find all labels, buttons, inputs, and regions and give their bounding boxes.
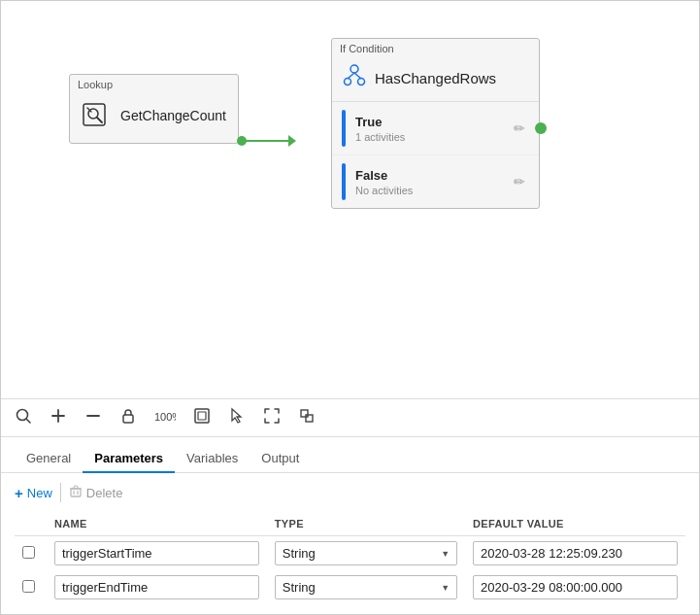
row-0-type-select[interactable]: StringIntegerFloatBooleanArrayObjectSecu…: [275, 541, 457, 565]
if-condition-node[interactable]: If Condition HasChangedRows True 1 activ: [331, 38, 540, 209]
row-0-default-input[interactable]: [473, 541, 678, 565]
row-name-cell: [47, 570, 267, 604]
svg-rect-20: [306, 415, 313, 422]
zoom-in-icon[interactable]: [50, 407, 67, 428]
row-name-cell: [47, 536, 267, 571]
delete-button[interactable]: Delete: [69, 485, 123, 501]
svg-rect-14: [123, 415, 133, 423]
row-1-name-input[interactable]: [54, 575, 259, 599]
if-branches: True 1 activities ✏ False No activities …: [332, 101, 539, 208]
svg-line-8: [354, 73, 361, 79]
svg-point-6: [358, 79, 365, 85]
false-branch-name: False: [355, 168, 510, 183]
svg-rect-21: [71, 489, 81, 496]
parameters-actions: + New Delete: [15, 483, 685, 502]
parameters-panel: + New Delete NAME TYPE DEFAUL: [1, 473, 699, 614]
table-row: StringIntegerFloatBooleanArrayObjectSecu…: [15, 570, 685, 604]
pipeline-canvas[interactable]: Lookup GetChangeCount If Condition: [1, 1, 699, 398]
col-header-default: DEFAULT VALUE: [465, 514, 685, 536]
lookup-node-title: GetChangeCount: [120, 108, 226, 123]
true-branch-edit-icon[interactable]: ✏: [510, 119, 529, 138]
row-0-name-input[interactable]: [54, 541, 259, 565]
row-default-cell: [465, 570, 685, 604]
fit-screen-icon[interactable]: [193, 407, 211, 428]
row-1-type-select[interactable]: StringIntegerFloatBooleanArrayObjectSecu…: [275, 575, 457, 599]
true-branch-connector: [535, 122, 547, 134]
svg-rect-19: [301, 410, 308, 417]
svg-point-9: [17, 410, 28, 421]
tab-parameters[interactable]: Parameters: [83, 445, 175, 473]
svg-point-4: [350, 65, 358, 73]
search-icon[interactable]: [15, 407, 32, 428]
canvas-toolbar: 100%: [1, 398, 699, 437]
new-label: New: [27, 486, 52, 500]
row-checkbox-cell: [15, 536, 47, 571]
true-branch[interactable]: True 1 activities ✏: [332, 102, 539, 155]
svg-point-5: [345, 79, 351, 85]
action-separator: [60, 483, 61, 502]
svg-line-2: [97, 118, 102, 122]
tab-general[interactable]: General: [15, 445, 83, 473]
if-node-header: If Condition: [332, 39, 539, 56]
svg-line-10: [27, 420, 31, 424]
trash-icon: [69, 485, 83, 501]
false-branch-edit-icon[interactable]: ✏: [510, 172, 529, 191]
pointer-icon[interactable]: [228, 407, 246, 428]
row-type-cell: StringIntegerFloatBooleanArrayObjectSecu…: [267, 570, 465, 604]
lookup-node[interactable]: Lookup GetChangeCount: [69, 74, 239, 144]
row-1-checkbox[interactable]: [22, 580, 35, 593]
svg-rect-17: [198, 412, 206, 420]
col-header-name: NAME: [47, 514, 267, 536]
connection-arrow: [242, 135, 296, 147]
false-branch[interactable]: False No activities ✏: [332, 155, 539, 208]
row-0-checkbox[interactable]: [22, 546, 35, 559]
delete-label: Delete: [86, 486, 123, 500]
tab-bar: General Parameters Variables Output: [1, 437, 699, 473]
plus-icon: +: [15, 485, 23, 501]
if-condition-icon: [342, 62, 367, 93]
true-branch-name: True: [355, 115, 510, 129]
lookup-node-header: Lookup: [70, 75, 238, 92]
svg-line-7: [348, 73, 354, 79]
row-type-cell: StringIntegerFloatBooleanArrayObjectSecu…: [267, 536, 465, 571]
false-branch-activities: No activities: [355, 185, 510, 196]
svg-text:100%: 100%: [154, 411, 176, 423]
row-default-cell: [465, 536, 685, 571]
true-branch-info: True 1 activities: [355, 115, 510, 143]
table-row: StringIntegerFloatBooleanArrayObjectSecu…: [15, 536, 685, 571]
lock-icon[interactable]: [119, 407, 137, 428]
false-branch-info: False No activities: [355, 168, 510, 196]
layers-icon[interactable]: [298, 407, 316, 428]
col-header-type: TYPE: [267, 514, 465, 536]
tab-output[interactable]: Output: [250, 445, 311, 473]
zoom-100-icon[interactable]: 100%: [154, 408, 176, 427]
lookup-icon: [80, 100, 111, 131]
row-checkbox-cell: [15, 570, 47, 604]
parameters-table: NAME TYPE DEFAULT VALUE StringIntegerFlo…: [15, 514, 685, 604]
svg-marker-18: [232, 409, 241, 423]
col-header-check: [15, 514, 47, 536]
row-1-default-input[interactable]: [473, 575, 678, 599]
tab-variables[interactable]: Variables: [175, 445, 250, 473]
false-branch-indicator: [342, 163, 346, 200]
true-branch-indicator: [342, 110, 346, 147]
expand-icon[interactable]: [263, 407, 281, 428]
svg-rect-16: [195, 409, 209, 423]
zoom-out-icon[interactable]: [84, 407, 102, 428]
new-button[interactable]: + New: [15, 485, 52, 501]
if-node-title: HasChangedRows: [375, 70, 496, 86]
true-branch-activities: 1 activities: [355, 131, 510, 143]
